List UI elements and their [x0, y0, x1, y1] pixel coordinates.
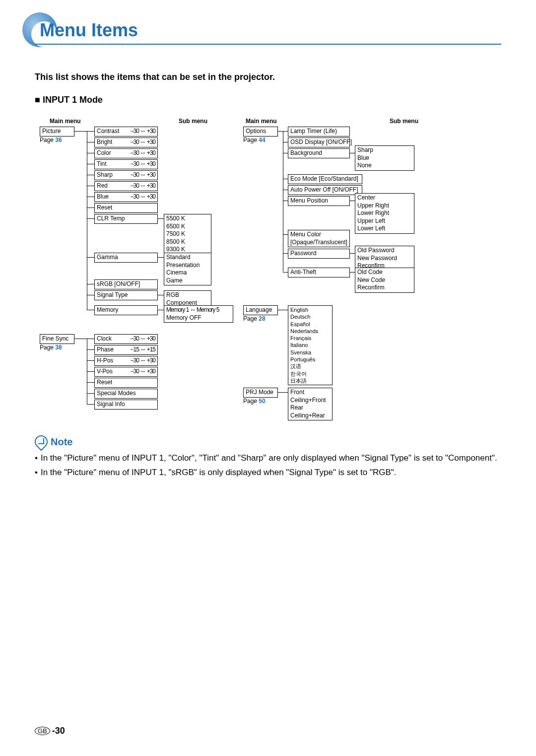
header-sub-menu-1: Sub menu [179, 118, 207, 125]
intro-text: This list shows the items that can be se… [35, 72, 501, 82]
prj-root: PRJ Mode [243, 388, 278, 398]
options-root: Options [243, 127, 278, 137]
mode-name: INPUT 1 Mode [43, 95, 103, 105]
item-clock: Clock−30 ↔ +30 [94, 334, 158, 344]
item-background: Background [288, 148, 350, 158]
item-vpos: V-Pos−30 ↔ +30 [94, 367, 158, 377]
footer-page-number: -30 [52, 726, 65, 736]
item-special-modes: Special Modes [94, 389, 158, 399]
item-autopower: Auto Power Off [ON/OFF] [288, 185, 362, 195]
menupos-values: Center Upper Right Lower Right Upper Lef… [355, 193, 414, 234]
menu-tree-diagram: Main menu Sub menu Main menu Sub menu Pi… [35, 118, 501, 415]
item-osd: OSD Display [ON/OFF] [288, 137, 350, 147]
note-item-1: •In the "Picture" menu of INPUT 1, "Colo… [35, 452, 501, 465]
item-bright: Bright−30 ↔ +30 [94, 137, 158, 147]
finesync-page-ref: Page 38 [40, 344, 62, 352]
gamma-values: Standard Presentation Cinema Game [164, 253, 211, 285]
note-item-2: •In the "Picture" menu of INPUT 1, "sRGB… [35, 467, 501, 479]
item-fs-reset: Reset [94, 378, 158, 388]
note-heading: Note [35, 435, 501, 448]
item-gamma: Gamma [94, 253, 158, 263]
item-sharp: Sharp−30 ↔ +30 [94, 170, 158, 180]
language-root: Language [243, 305, 278, 315]
note-icon [32, 433, 51, 451]
item-antitheft: Anti-Theft [288, 268, 350, 277]
background-values: Sharp Blue None [355, 145, 414, 171]
item-blue: Blue−30 ↔ +30 [94, 192, 158, 202]
item-password: Password [288, 249, 350, 259]
item-hpos: H-Pos−30 ↔ +30 [94, 356, 158, 366]
item-color: Color−30 ↔ +30 [94, 148, 158, 158]
page-title: Menu Items [35, 20, 501, 45]
item-menucolor: Menu Color [Opaque/Translucent] [288, 230, 350, 247]
item-clr-temp: CLR Temp [94, 214, 158, 224]
item-lamp: Lamp Timer (Life) [288, 127, 350, 137]
prj-page-ref: Page 50 [243, 398, 266, 406]
item-red: Red−30 ↔ +30 [94, 181, 158, 191]
item-phase: Phase−15 ↔ +15 [94, 345, 158, 355]
note-heading-text: Note [51, 436, 72, 448]
memory-values: Memory 1 ↔ Memory 5 Memory OFF [164, 305, 233, 323]
antitheft-values: Old Code New Code Reconfirm [355, 268, 414, 293]
picture-page-ref: Page 36 [40, 137, 62, 144]
note-section: Note •In the "Picture" menu of INPUT 1, … [35, 435, 501, 479]
item-reset: Reset [94, 203, 158, 213]
header-main-menu-2: Main menu [246, 118, 277, 125]
item-tint: Tint−30 ↔ +30 [94, 159, 158, 169]
item-menupos: Menu Position [288, 196, 350, 206]
language-values: English Deutsch Español Nederlands Franç… [288, 305, 333, 385]
page-footer: GB -30 [35, 726, 65, 736]
options-page-ref: Page 44 [243, 137, 266, 144]
header-main-menu-1: Main menu [50, 118, 81, 125]
item-signal-info: Signal Info [94, 400, 158, 410]
item-srgb: sRGB [ON/OFF] [94, 279, 158, 289]
finesync-root: Fine Sync [40, 334, 74, 344]
item-contrast: Contrast−30 ↔ +30 [94, 127, 158, 137]
item-eco: Eco Mode [Eco/Standard] [288, 174, 362, 184]
prj-values: Front Ceiling+Front Rear Ceiling+Rear [288, 388, 333, 420]
footer-gb-badge: GB [35, 727, 50, 735]
item-memory: Memory [94, 305, 158, 315]
page-title-wrap: Menu Items [35, 20, 501, 45]
item-signal-type: Signal Type [94, 290, 158, 300]
mode-heading: ■ INPUT 1 Mode [35, 95, 501, 105]
picture-root: Picture [40, 127, 74, 137]
mode-prefix: ■ [35, 95, 43, 105]
language-page-ref: Page 28 [243, 315, 266, 323]
header-sub-menu-2: Sub menu [390, 118, 418, 125]
